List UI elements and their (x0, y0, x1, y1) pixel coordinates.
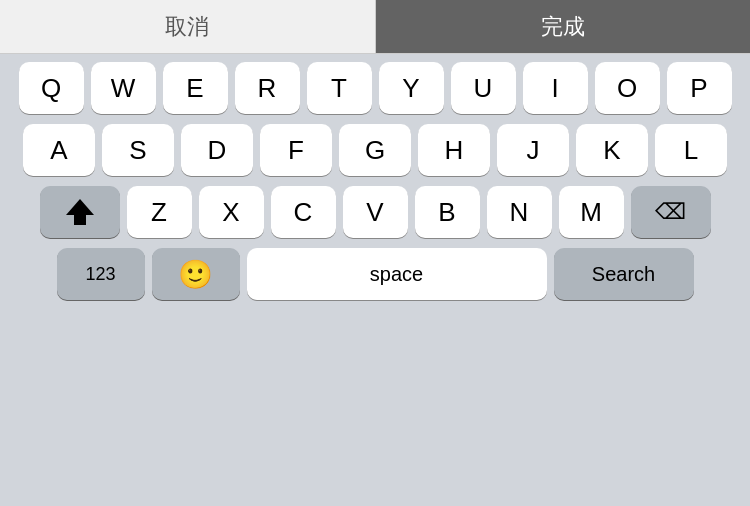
keyboard-row-1: Q W E R T Y U I O P (3, 62, 747, 114)
key-s[interactable]: S (102, 124, 174, 176)
key-r[interactable]: R (235, 62, 300, 114)
key-p[interactable]: P (667, 62, 732, 114)
key-q[interactable]: Q (19, 62, 84, 114)
key-f[interactable]: F (260, 124, 332, 176)
space-key[interactable]: space (247, 248, 547, 300)
numbers-key[interactable]: 123 (57, 248, 145, 300)
key-y[interactable]: Y (379, 62, 444, 114)
keyboard-row-4: 123 🙂 space Search (3, 248, 747, 300)
emoji-key[interactable]: 🙂 (152, 248, 240, 300)
keyboard-row-2: A S D F G H J K L (3, 124, 747, 176)
keyboard: Q W E R T Y U I O P A S D F G H J K L Z … (0, 54, 750, 304)
key-i[interactable]: I (523, 62, 588, 114)
key-m[interactable]: M (559, 186, 624, 238)
key-e[interactable]: E (163, 62, 228, 114)
key-n[interactable]: N (487, 186, 552, 238)
key-w[interactable]: W (91, 62, 156, 114)
key-o[interactable]: O (595, 62, 660, 114)
backspace-icon: ⌫ (655, 199, 686, 225)
backspace-key[interactable]: ⌫ (631, 186, 711, 238)
key-z[interactable]: Z (127, 186, 192, 238)
key-x[interactable]: X (199, 186, 264, 238)
key-v[interactable]: V (343, 186, 408, 238)
emoji-icon: 🙂 (178, 258, 213, 291)
keyboard-row-3: Z X C V B N M ⌫ (3, 186, 747, 238)
shift-key[interactable] (40, 186, 120, 238)
key-h[interactable]: H (418, 124, 490, 176)
top-bar: 取消 完成 (0, 0, 750, 54)
key-j[interactable]: J (497, 124, 569, 176)
done-button[interactable]: 完成 (376, 0, 751, 53)
key-g[interactable]: G (339, 124, 411, 176)
key-b[interactable]: B (415, 186, 480, 238)
key-d[interactable]: D (181, 124, 253, 176)
key-t[interactable]: T (307, 62, 372, 114)
key-k[interactable]: K (576, 124, 648, 176)
shift-icon (66, 199, 94, 225)
search-key[interactable]: Search (554, 248, 694, 300)
cancel-button[interactable]: 取消 (0, 0, 376, 53)
key-u[interactable]: U (451, 62, 516, 114)
key-a[interactable]: A (23, 124, 95, 176)
key-c[interactable]: C (271, 186, 336, 238)
key-l[interactable]: L (655, 124, 727, 176)
